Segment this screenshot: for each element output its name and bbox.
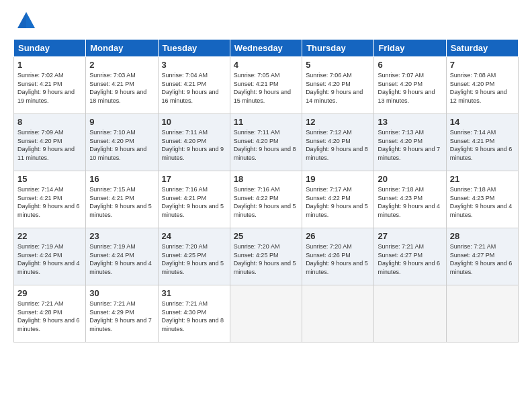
day-info: Sunrise: 7:12 AM Sunset: 4:20 PM Dayligh…: [306, 128, 370, 162]
table-row: 24 Sunrise: 7:20 AM Sunset: 4:25 PM Dayl…: [158, 228, 230, 285]
day-number: 4: [234, 60, 298, 70]
table-row: [230, 285, 302, 342]
day-info: Sunrise: 7:21 AM Sunset: 4:30 PM Dayligh…: [162, 300, 226, 333]
day-number: 12: [306, 117, 370, 127]
day-info: Sunrise: 7:20 AM Sunset: 4:26 PM Dayligh…: [306, 242, 370, 276]
calendar-week-1: 1 Sunrise: 7:02 AM Sunset: 4:21 PM Dayli…: [14, 57, 519, 114]
day-info: Sunrise: 7:21 AM Sunset: 4:27 PM Dayligh…: [450, 242, 515, 276]
table-row: 5 Sunrise: 7:06 AM Sunset: 4:20 PM Dayli…: [302, 57, 374, 114]
table-row: [374, 285, 446, 342]
day-info: Sunrise: 7:13 AM Sunset: 4:20 PM Dayligh…: [378, 128, 442, 162]
table-row: 9 Sunrise: 7:10 AM Sunset: 4:20 PM Dayli…: [86, 114, 158, 171]
calendar-header-row: Sunday Monday Tuesday Wednesday Thursday…: [14, 40, 519, 57]
day-number: 2: [89, 60, 154, 70]
col-sunday: Sunday: [14, 40, 86, 57]
table-row: 23 Sunrise: 7:19 AM Sunset: 4:24 PM Dayl…: [86, 228, 158, 285]
col-saturday: Saturday: [446, 40, 518, 57]
day-info: Sunrise: 7:19 AM Sunset: 4:24 PM Dayligh…: [89, 242, 154, 276]
table-row: 31 Sunrise: 7:21 AM Sunset: 4:30 PM Dayl…: [158, 285, 230, 342]
table-row: 26 Sunrise: 7:20 AM Sunset: 4:26 PM Dayl…: [302, 228, 374, 285]
logo: [13, 11, 36, 31]
table-row: 25 Sunrise: 7:20 AM Sunset: 4:25 PM Dayl…: [230, 228, 302, 285]
table-row: 12 Sunrise: 7:12 AM Sunset: 4:20 PM Dayl…: [302, 114, 374, 171]
table-row: 11 Sunrise: 7:11 AM Sunset: 4:20 PM Dayl…: [230, 114, 302, 171]
day-number: 5: [306, 60, 370, 70]
day-number: 26: [306, 231, 370, 241]
calendar-table: Sunday Monday Tuesday Wednesday Thursday…: [13, 39, 519, 342]
day-number: 7: [450, 60, 515, 70]
day-info: Sunrise: 7:14 AM Sunset: 4:21 PM Dayligh…: [17, 185, 82, 219]
table-row: 19 Sunrise: 7:17 AM Sunset: 4:22 PM Dayl…: [302, 171, 374, 228]
calendar-week-2: 8 Sunrise: 7:09 AM Sunset: 4:20 PM Dayli…: [14, 114, 519, 171]
table-row: 7 Sunrise: 7:08 AM Sunset: 4:20 PM Dayli…: [446, 57, 518, 114]
table-row: 27 Sunrise: 7:21 AM Sunset: 4:27 PM Dayl…: [374, 228, 446, 285]
day-number: 25: [234, 231, 298, 241]
table-row: 30 Sunrise: 7:21 AM Sunset: 4:29 PM Dayl…: [86, 285, 158, 342]
col-wednesday: Wednesday: [230, 40, 302, 57]
day-number: 27: [378, 231, 442, 241]
header: [13, 11, 519, 31]
day-info: Sunrise: 7:11 AM Sunset: 4:20 PM Dayligh…: [234, 128, 298, 162]
day-number: 15: [17, 174, 82, 184]
table-row: 4 Sunrise: 7:05 AM Sunset: 4:21 PM Dayli…: [230, 57, 302, 114]
day-number: 9: [89, 117, 154, 127]
day-info: Sunrise: 7:16 AM Sunset: 4:21 PM Dayligh…: [162, 185, 226, 219]
day-number: 29: [17, 288, 82, 298]
day-info: Sunrise: 7:09 AM Sunset: 4:20 PM Dayligh…: [17, 128, 82, 162]
day-info: Sunrise: 7:20 AM Sunset: 4:25 PM Dayligh…: [162, 242, 226, 276]
logo-icon: [16, 11, 36, 31]
col-thursday: Thursday: [302, 40, 374, 57]
day-number: 30: [89, 288, 154, 298]
day-number: 28: [450, 231, 515, 241]
day-number: 20: [378, 174, 442, 184]
day-info: Sunrise: 7:07 AM Sunset: 4:20 PM Dayligh…: [378, 71, 442, 105]
day-info: Sunrise: 7:11 AM Sunset: 4:20 PM Dayligh…: [162, 128, 226, 162]
table-row: 1 Sunrise: 7:02 AM Sunset: 4:21 PM Dayli…: [14, 57, 86, 114]
calendar-week-5: 29 Sunrise: 7:21 AM Sunset: 4:28 PM Dayl…: [14, 285, 519, 342]
day-info: Sunrise: 7:04 AM Sunset: 4:21 PM Dayligh…: [162, 71, 226, 105]
table-row: 21 Sunrise: 7:18 AM Sunset: 4:23 PM Dayl…: [446, 171, 518, 228]
day-info: Sunrise: 7:16 AM Sunset: 4:22 PM Dayligh…: [234, 185, 298, 219]
col-tuesday: Tuesday: [158, 40, 230, 57]
day-info: Sunrise: 7:18 AM Sunset: 4:23 PM Dayligh…: [450, 185, 515, 219]
day-info: Sunrise: 7:14 AM Sunset: 4:21 PM Dayligh…: [450, 128, 515, 162]
day-number: 8: [17, 117, 82, 127]
table-row: 16 Sunrise: 7:15 AM Sunset: 4:21 PM Dayl…: [86, 171, 158, 228]
table-row: 29 Sunrise: 7:21 AM Sunset: 4:28 PM Dayl…: [14, 285, 86, 342]
day-info: Sunrise: 7:21 AM Sunset: 4:29 PM Dayligh…: [89, 300, 154, 333]
table-row: 20 Sunrise: 7:18 AM Sunset: 4:23 PM Dayl…: [374, 171, 446, 228]
day-number: 13: [378, 117, 442, 127]
day-info: Sunrise: 7:18 AM Sunset: 4:23 PM Dayligh…: [378, 185, 442, 219]
col-friday: Friday: [374, 40, 446, 57]
day-info: Sunrise: 7:03 AM Sunset: 4:21 PM Dayligh…: [89, 71, 154, 105]
day-number: 6: [378, 60, 442, 70]
table-row: 18 Sunrise: 7:16 AM Sunset: 4:22 PM Dayl…: [230, 171, 302, 228]
day-number: 24: [162, 231, 226, 241]
day-info: Sunrise: 7:21 AM Sunset: 4:28 PM Dayligh…: [17, 300, 82, 333]
day-number: 19: [306, 174, 370, 184]
page: Sunday Monday Tuesday Wednesday Thursday…: [0, 0, 532, 349]
calendar-week-4: 22 Sunrise: 7:19 AM Sunset: 4:24 PM Dayl…: [14, 228, 519, 285]
table-row: 17 Sunrise: 7:16 AM Sunset: 4:21 PM Dayl…: [158, 171, 230, 228]
table-row: 6 Sunrise: 7:07 AM Sunset: 4:20 PM Dayli…: [374, 57, 446, 114]
day-info: Sunrise: 7:19 AM Sunset: 4:24 PM Dayligh…: [17, 242, 82, 276]
table-row: 2 Sunrise: 7:03 AM Sunset: 4:21 PM Dayli…: [86, 57, 158, 114]
day-info: Sunrise: 7:15 AM Sunset: 4:21 PM Dayligh…: [89, 185, 154, 219]
day-info: Sunrise: 7:05 AM Sunset: 4:21 PM Dayligh…: [234, 71, 298, 105]
table-row: 8 Sunrise: 7:09 AM Sunset: 4:20 PM Dayli…: [14, 114, 86, 171]
calendar-week-3: 15 Sunrise: 7:14 AM Sunset: 4:21 PM Dayl…: [14, 171, 519, 228]
day-number: 11: [234, 117, 298, 127]
table-row: 10 Sunrise: 7:11 AM Sunset: 4:20 PM Dayl…: [158, 114, 230, 171]
day-number: 14: [450, 117, 515, 127]
day-number: 17: [162, 174, 226, 184]
table-row: [446, 285, 518, 342]
table-row: 15 Sunrise: 7:14 AM Sunset: 4:21 PM Dayl…: [14, 171, 86, 228]
day-number: 1: [17, 60, 82, 70]
day-info: Sunrise: 7:10 AM Sunset: 4:20 PM Dayligh…: [89, 128, 154, 162]
svg-marker-1: [26, 12, 35, 28]
day-info: Sunrise: 7:21 AM Sunset: 4:27 PM Dayligh…: [378, 242, 442, 276]
day-number: 22: [17, 231, 82, 241]
table-row: 3 Sunrise: 7:04 AM Sunset: 4:21 PM Dayli…: [158, 57, 230, 114]
day-number: 18: [234, 174, 298, 184]
col-monday: Monday: [86, 40, 158, 57]
